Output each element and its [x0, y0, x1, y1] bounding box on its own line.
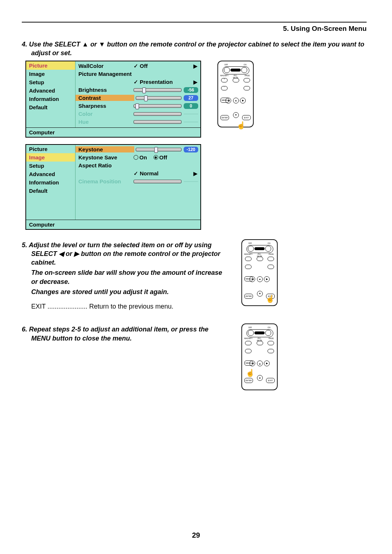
step-5-line1: Adjust the level or turn the selected it… [29, 241, 220, 266]
osd1-row-picmgmt-value[interactable]: Presentation▶ [78, 78, 198, 86]
cinema-label: Cinema Position [78, 178, 132, 184]
remote-dpad: ▲ ◀ ▶ ▼ [225, 98, 246, 118]
picmgmt-label: Picture Management [78, 71, 132, 77]
step-4: 4. Use the SELECT ▲ or ▼ button on the r… [22, 40, 367, 58]
osd1-row-sharpness[interactable]: Sharpness 0 [78, 102, 198, 110]
sharpness-slider[interactable] [134, 104, 181, 108]
step-6: 6. Repeat steps 2-5 to adjust an additio… [22, 325, 225, 343]
osd-image-menu: Picture Image Setup Advanced Information… [25, 144, 201, 230]
osd2-status: Computer [26, 220, 200, 229]
keystonesave-off[interactable]: Off [154, 154, 167, 160]
hand-pointer-icon: ☝ [266, 295, 275, 302]
dpad-down-icon: ▼ [233, 112, 239, 118]
osd2-sidebar: Picture Image Setup Advanced Information… [26, 145, 75, 220]
keystonesave-on[interactable]: On [134, 154, 147, 160]
keystonesave-label: Keystone Save [78, 154, 132, 160]
osd2-cat-picture[interactable]: Picture [26, 145, 75, 153]
picmgmt-value: Presentation [134, 79, 173, 85]
osd1-row-contrast[interactable]: Contrast 27 [78, 94, 198, 102]
osd2-row-aspect[interactable]: Aspect Ratio [78, 162, 198, 170]
hue-value [184, 122, 198, 122]
remote-control-illustration-3: OFF ON MAGNIFY PIC-MUTE PAGE MENU ▲ ◀ ▶ … [241, 323, 278, 390]
osd1-cat-image[interactable]: Image [26, 70, 75, 78]
page-number: 29 [0, 531, 392, 539]
cinema-value [184, 181, 198, 182]
contrast-slider[interactable] [136, 96, 181, 100]
osd1-row-hue: Hue [78, 118, 198, 126]
dpad-right-icon: ▶ [240, 98, 246, 103]
osd2-cat-information[interactable]: Information [26, 178, 75, 187]
osd1-cat-setup[interactable]: Setup [26, 78, 75, 86]
osd2-row-keystonesave[interactable]: Keystone Save On Off [78, 154, 198, 162]
step-5: 5. Adjust the level or turn the selected… [22, 241, 225, 267]
osd-picture-menu: Picture Image Setup Advanced Information… [25, 61, 201, 138]
exit-label: EXIT [31, 303, 46, 310]
hand-pointer-icon: ☝ [237, 122, 246, 129]
step-4-number: 4. [22, 41, 27, 48]
contrast-value: 27 [184, 95, 198, 101]
keystone-label: Keystone [75, 146, 134, 152]
wallcolor-value: Off [134, 63, 148, 69]
sharpness-label: Sharpness [78, 103, 132, 109]
aspect-label: Aspect Ratio [78, 162, 132, 168]
brightness-value: -56 [184, 87, 198, 93]
keystone-slider[interactable] [136, 148, 181, 151]
sharpness-value: 0 [184, 103, 198, 109]
brightness-label: Brightness [78, 87, 132, 93]
osd2-cat-default[interactable]: Default [26, 187, 75, 195]
section-header: 5. Using On-Screen Menu [22, 25, 367, 33]
osd1-cat-default[interactable]: Default [26, 103, 75, 111]
osd2-row-keystone[interactable]: Keystone -120 [78, 146, 198, 154]
exit-line: EXIT ...................... Return to th… [31, 303, 225, 310]
keystone-value: -120 [184, 147, 198, 152]
step-5-line3: Changes are stored until you adjust it a… [31, 288, 225, 296]
hand-pointer-icon: ☝ [246, 369, 255, 376]
osd1-row-wallcolor[interactable]: WallColor Off▶ [78, 62, 198, 70]
step-6-text: Repeat steps 2-5 to adjust an additional… [29, 326, 208, 342]
osd2-row-aspect-value[interactable]: Normal▶ [78, 170, 198, 178]
osd1-row-picmgmt[interactable]: Picture Management [78, 70, 198, 78]
osd1-cat-picture[interactable]: Picture [26, 61, 75, 70]
color-value [184, 114, 198, 114]
osd2-row-cinema: Cinema Position [78, 178, 198, 186]
osd2-cat-image[interactable]: Image [26, 153, 75, 162]
osd1-row-color: Color [78, 110, 198, 118]
dpad-left-icon: ◀ [225, 98, 231, 103]
osd2-cat-advanced[interactable]: Advanced [26, 170, 75, 178]
color-label: Color [78, 111, 132, 117]
cinema-slider [134, 180, 181, 183]
wallcolor-label: WallColor [78, 63, 132, 69]
osd1-row-brightness[interactable]: Brightness -56 [78, 86, 198, 94]
osd1-sidebar: Picture Image Setup Advanced Information… [26, 61, 75, 127]
hue-slider [134, 120, 181, 124]
contrast-label: Contrast [75, 95, 134, 101]
color-slider [134, 112, 181, 116]
remote-exit-button: EXIT [242, 115, 251, 120]
osd1-status: Computer [26, 127, 200, 137]
aspect-value: Normal [134, 170, 159, 177]
exit-text: Return to the previous menu. [89, 303, 173, 310]
dpad-up-icon: ▲ [233, 98, 239, 103]
osd1-cat-advanced[interactable]: Advanced [26, 86, 75, 95]
osd1-cat-information[interactable]: Information [26, 95, 75, 103]
remote-enter-button: ENTER [220, 115, 229, 120]
remote-control-illustration-2: OFF ON MAGNIFY PIC-MUTE PAGE MENU ▲ ◀ ▶ … [241, 239, 278, 306]
chevron-right-icon: ▶ [193, 171, 197, 176]
step-5-line2: The on-screen slide bar will show you th… [31, 268, 225, 286]
hue-label: Hue [78, 119, 132, 125]
step-4-text: Use the SELECT ▲ or ▼ button on the remo… [29, 41, 364, 57]
step-6-number: 6. [22, 326, 27, 333]
step-5-number: 5. [22, 241, 27, 249]
chevron-right-icon: ▶ [193, 79, 197, 85]
remote-control-illustration-1: OFF ON MAGNIFY PIC-MUTE PAGE + − MENU ▲ … [217, 61, 254, 127]
osd2-cat-setup[interactable]: Setup [26, 162, 75, 170]
brightness-slider[interactable] [134, 88, 181, 92]
chevron-right-icon: ▶ [193, 63, 197, 69]
